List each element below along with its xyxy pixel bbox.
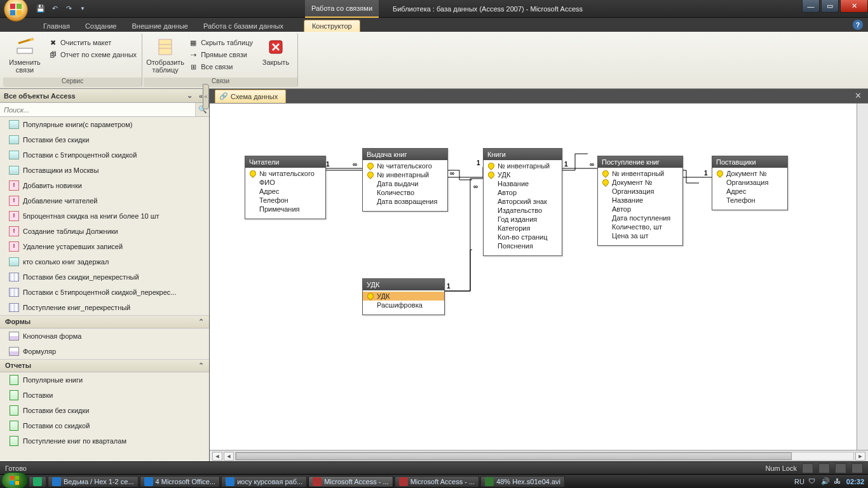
table-field[interactable]: ФИО [245, 178, 325, 187]
qat-redo-icon[interactable]: ↷ [64, 4, 74, 14]
table-field[interactable]: УДК [484, 170, 562, 179]
nav-item[interactable]: Поставки [0, 388, 209, 403]
table-field[interactable]: № читательского [363, 161, 447, 170]
table-title[interactable]: УДК [363, 279, 444, 290]
table-suppliers[interactable]: Поставщики Документ №ОрганизацияАдресТел… [712, 156, 788, 210]
table-field[interactable]: № читательского [245, 169, 325, 178]
scroll-left-button[interactable]: ◄ [224, 452, 234, 461]
table-field[interactable]: УДК [363, 292, 444, 301]
tray-icon[interactable]: 🛡 [808, 477, 817, 486]
nav-item[interactable]: Поставщики из Москвы [0, 163, 209, 178]
canvas-vertical-scrollbar[interactable] [857, 104, 868, 450]
table-field[interactable]: Название [598, 196, 682, 205]
close-relationships-button[interactable]: Закрыть [257, 34, 295, 69]
tab-create[interactable]: Создание [78, 20, 125, 32]
view-button[interactable] [835, 463, 846, 473]
taskbar-clock[interactable]: 02:32 [846, 478, 864, 485]
taskbar-item[interactable]: 4 Microsoft Office... [140, 476, 220, 487]
help-button[interactable]: ? [853, 20, 863, 30]
nav-item[interactable]: Удаление устаревших записей [0, 239, 209, 254]
maximize-button[interactable]: ▭ [821, 0, 839, 13]
table-field[interactable]: Название [484, 179, 562, 188]
view-button[interactable] [818, 463, 830, 473]
clear-layout-button[interactable]: ✖Очистить макет [45, 37, 139, 48]
table-field[interactable]: № инвентарный [363, 170, 447, 179]
nav-item[interactable]: кто сколько книг задержал [0, 254, 209, 269]
table-field[interactable]: Кол-во страниц [484, 233, 562, 241]
table-title[interactable]: Книги [484, 149, 562, 160]
table-field[interactable]: Пояснения [484, 241, 562, 250]
table-field[interactable]: № инвентарный [598, 169, 682, 178]
canvas-horizontal-scrollbar[interactable]: ◄ ◄ ► [210, 450, 868, 461]
view-button[interactable] [851, 463, 863, 473]
table-field[interactable]: Цена за шт [598, 231, 682, 240]
qat-save-icon[interactable]: 💾 [36, 4, 46, 14]
table-field[interactable]: Организация [712, 178, 787, 187]
nav-item[interactable]: Кнопочная форма [0, 329, 209, 344]
all-relationships-button[interactable]: ⊞Все связи [186, 61, 255, 72]
table-field[interactable]: Категория [484, 224, 562, 233]
tray-icon[interactable]: 🖧 [834, 477, 843, 486]
taskbar-item[interactable] [29, 476, 46, 487]
table-field[interactable]: Издательство [484, 206, 562, 215]
nav-item[interactable]: Популярные книги(с параметром) [0, 117, 209, 132]
nav-item[interactable]: Поставки без скидки_перекрестный [0, 269, 209, 285]
document-tab-relationships[interactable]: 🔗 Схема данных [215, 90, 286, 103]
table-field[interactable]: Адрес [712, 187, 787, 196]
document-close-button[interactable]: ✕ [851, 91, 865, 100]
nav-pane-header[interactable]: Все объекты Access ⌄ « [0, 89, 209, 103]
table-readers[interactable]: Читатели № читательскогоФИОАдресТелефонП… [245, 156, 326, 219]
close-button[interactable]: ✕ [840, 0, 868, 13]
taskbar-item[interactable]: Microsoft Access - ... [395, 476, 479, 487]
direct-relationships-button[interactable]: ⇢Прямые связи [186, 49, 255, 60]
nav-item[interactable]: Поступление книг по кварталам [0, 433, 209, 449]
table-title[interactable]: Выдача книг [363, 149, 447, 160]
table-field[interactable]: Дата поступления [598, 214, 682, 222]
nav-item[interactable]: Поставки со скидкой [0, 418, 209, 433]
table-field[interactable]: Документ № [712, 169, 787, 178]
table-field[interactable]: Организация [598, 187, 682, 196]
scroll-right-button[interactable]: ► [855, 452, 865, 461]
table-field[interactable]: Дата выдачи [363, 179, 447, 188]
table-field[interactable]: Примечания [245, 205, 325, 214]
nav-object-list[interactable]: Популярные книги(с параметром) Поставки … [0, 117, 209, 461]
table-field[interactable]: Телефон [712, 196, 787, 205]
taskbar-item[interactable]: иосу курсовая раб... [221, 476, 307, 487]
hide-table-button[interactable]: ▦Скрыть таблицу [186, 37, 255, 48]
tab-design-contextual[interactable]: Конструктор [304, 20, 360, 32]
nav-item[interactable]: Популярные книги [0, 372, 209, 388]
nav-item[interactable]: Поступление книг_перекрестный [0, 300, 209, 315]
nav-search-input[interactable] [0, 103, 195, 116]
tab-database-tools[interactable]: Работа с базами данных [196, 20, 291, 32]
tab-home[interactable]: Главная [36, 20, 78, 32]
table-field[interactable]: Адрес [245, 187, 325, 196]
relationships-canvas[interactable]: 1 ∞ ∞ 1 1 ∞ ∞ 1 1 ∞ Читатели № читательс… [210, 103, 868, 450]
table-field[interactable]: Телефон [245, 196, 325, 205]
nav-item[interactable]: Поставки без скидки [0, 132, 209, 147]
scroll-left-button[interactable]: ◄ [212, 452, 222, 461]
nav-item[interactable]: Поставки с 5типроцентной скидкой [0, 147, 209, 163]
table-field[interactable]: Дата возвращения [363, 197, 447, 206]
table-field[interactable]: № инвентарный [484, 161, 562, 170]
qat-undo-icon[interactable]: ↶ [50, 4, 60, 14]
nav-item[interactable]: Создание таблицы Должники [0, 224, 209, 239]
language-indicator[interactable]: RU [794, 478, 804, 485]
table-field[interactable]: Авторский знак [484, 197, 562, 206]
tray-icon[interactable]: 🔊 [821, 477, 830, 486]
table-field[interactable]: Расшифровка [363, 301, 444, 309]
table-field[interactable]: Год издания [484, 215, 562, 224]
tab-external-data[interactable]: Внешние данные [125, 20, 196, 32]
table-field[interactable]: Количество [363, 188, 447, 197]
table-books[interactable]: Книги № инвентарныйУДКНазваниеАвторАвтор… [483, 148, 562, 256]
navpane-collapse-handle[interactable]: « [203, 84, 209, 109]
table-title[interactable]: Поставщики [712, 156, 787, 168]
scroll-track[interactable] [235, 452, 854, 461]
show-table-button[interactable]: Отобразить таблицу [146, 34, 184, 76]
table-udk[interactable]: УДК УДКРасшифровка [362, 278, 445, 315]
table-title[interactable]: Читатели [245, 156, 325, 168]
scroll-thumb[interactable] [236, 452, 792, 460]
relationship-report-button[interactable]: 🗐Отчет по схеме данных [45, 49, 139, 60]
start-button[interactable] [1, 472, 28, 489]
edit-relationships-button[interactable]: Изменить связи [6, 34, 44, 76]
table-title[interactable]: Поступление книг [598, 156, 682, 168]
